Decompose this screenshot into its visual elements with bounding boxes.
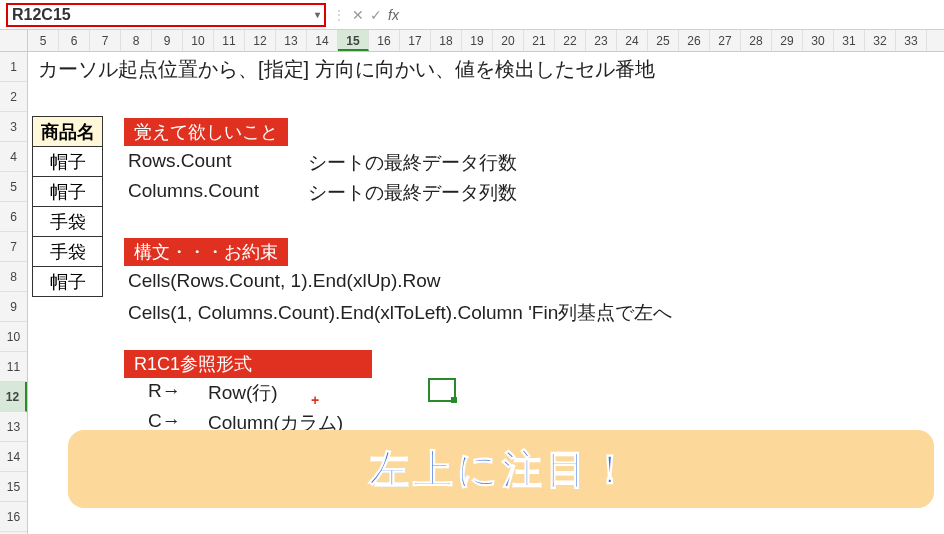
callout-banner: 左上に注目！ <box>68 430 934 508</box>
cancel-icon[interactable]: ✕ <box>352 7 364 23</box>
column-header[interactable]: 15 <box>338 30 369 51</box>
column-header[interactable]: 20 <box>493 30 524 51</box>
column-header[interactable]: 23 <box>586 30 617 51</box>
row-header[interactable]: 6 <box>0 202 27 232</box>
column-header[interactable]: 19 <box>462 30 493 51</box>
row-header[interactable]: 7 <box>0 232 27 262</box>
section-label-r1c1: R1C1参照形式 <box>124 350 372 378</box>
cells-area[interactable]: カーソル起点位置から、[指定] 方向に向かい、値を検出したセル番地 商品名 帽子… <box>28 52 944 534</box>
column-header[interactable]: 5 <box>28 30 59 51</box>
name-box-value: R12C15 <box>12 6 71 24</box>
column-header[interactable]: 32 <box>865 30 896 51</box>
column-header[interactable]: 33 <box>896 30 927 51</box>
row-header[interactable]: 8 <box>0 262 27 292</box>
chevron-down-icon[interactable]: ▾ <box>315 9 320 20</box>
column-header[interactable]: 31 <box>834 30 865 51</box>
name-box[interactable]: R12C15 ▾ <box>6 3 326 27</box>
row-header[interactable]: 3 <box>0 112 27 142</box>
row-header[interactable]: 1 <box>0 52 27 82</box>
column-header[interactable]: 6 <box>59 30 90 51</box>
column-header[interactable]: 7 <box>90 30 121 51</box>
text: R→ <box>148 380 181 402</box>
selected-cell[interactable] <box>428 378 456 402</box>
plus-icon: + <box>311 392 319 408</box>
text: シートの最終データ行数 <box>308 150 517 176</box>
formula-bar: R12C15 ▾ ⋮ ✕ ✓ fx <box>0 0 944 30</box>
column-header[interactable]: 10 <box>183 30 214 51</box>
column-header[interactable]: 13 <box>276 30 307 51</box>
row-header[interactable]: 9 <box>0 292 27 322</box>
row-header[interactable]: 12 <box>0 382 27 412</box>
column-header[interactable]: 11 <box>214 30 245 51</box>
column-headers: 5678910111213141516171819202122232425262… <box>0 30 944 52</box>
section-label-syntax: 構文・・・お約束 <box>124 238 288 266</box>
table-row[interactable]: 帽子 <box>33 267 103 297</box>
fill-handle[interactable] <box>451 397 457 403</box>
fx-controls: ⋮ ✕ ✓ fx <box>332 7 399 23</box>
column-header[interactable]: 22 <box>555 30 586 51</box>
section-label-remember: 覚えて欲しいこと <box>124 118 288 146</box>
fx-icon[interactable]: fx <box>388 7 399 23</box>
column-header[interactable]: 12 <box>245 30 276 51</box>
row-header[interactable]: 10 <box>0 322 27 352</box>
table-row[interactable]: 手袋 <box>33 207 103 237</box>
text: Rows.Count <box>128 150 232 172</box>
column-header[interactable]: 27 <box>710 30 741 51</box>
column-header[interactable]: 16 <box>369 30 400 51</box>
column-header[interactable]: 25 <box>648 30 679 51</box>
column-header[interactable]: 30 <box>803 30 834 51</box>
column-header[interactable]: 24 <box>617 30 648 51</box>
text: C→ <box>148 410 181 432</box>
row-header[interactable]: 5 <box>0 172 27 202</box>
table-row[interactable]: 手袋 <box>33 237 103 267</box>
table-row[interactable]: 帽子 <box>33 177 103 207</box>
select-all-corner[interactable] <box>0 30 28 51</box>
text: Row(行) <box>208 380 278 406</box>
column-header[interactable]: 26 <box>679 30 710 51</box>
text: シートの最終データ列数 <box>308 180 517 206</box>
column-header[interactable]: 21 <box>524 30 555 51</box>
text: Columns.Count <box>128 180 259 202</box>
row-header[interactable]: 14 <box>0 442 27 472</box>
column-header[interactable]: 14 <box>307 30 338 51</box>
row-header[interactable]: 4 <box>0 142 27 172</box>
column-header[interactable]: 18 <box>431 30 462 51</box>
row-headers: 12345678910111213141516 <box>0 52 28 534</box>
table-row[interactable]: 帽子 <box>33 147 103 177</box>
row-header[interactable]: 15 <box>0 472 27 502</box>
row-header[interactable]: 16 <box>0 502 27 532</box>
text: Cells(Rows.Count, 1).End(xlUp).Row <box>128 270 441 292</box>
formula-input[interactable] <box>405 4 938 26</box>
row-header[interactable]: 13 <box>0 412 27 442</box>
column-header[interactable]: 8 <box>121 30 152 51</box>
column-header[interactable]: 17 <box>400 30 431 51</box>
text: Cells(1, Columns.Count).End(xlToLeft).Co… <box>128 300 672 326</box>
column-header[interactable]: 28 <box>741 30 772 51</box>
column-header[interactable]: 29 <box>772 30 803 51</box>
product-table: 商品名 帽子 帽子 手袋 手袋 帽子 <box>32 116 103 297</box>
column-header[interactable]: 9 <box>152 30 183 51</box>
row-header[interactable]: 2 <box>0 82 27 112</box>
table-header[interactable]: 商品名 <box>33 117 103 147</box>
confirm-icon[interactable]: ✓ <box>370 7 382 23</box>
page-title: カーソル起点位置から、[指定] 方向に向かい、値を検出したセル番地 <box>38 56 655 83</box>
row-header[interactable]: 11 <box>0 352 27 382</box>
callout-text: 左上に注目！ <box>369 442 634 497</box>
